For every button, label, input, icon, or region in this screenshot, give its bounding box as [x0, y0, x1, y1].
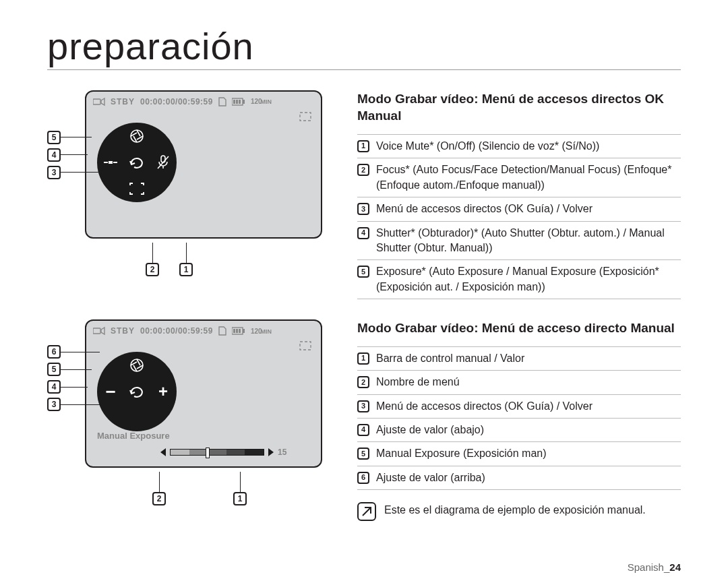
list-item: Exposure* (Auto Exposure / Manual Exposu… — [376, 264, 681, 295]
svg-point-7 — [131, 130, 143, 142]
control-dial — [97, 123, 177, 202]
list-item: Nombre de menú — [376, 375, 460, 390]
note-text: Este es el diagrama de ejemplo de exposi… — [384, 502, 646, 521]
page-title: preparación — [47, 27, 681, 70]
minus-icon: − — [101, 382, 120, 401]
list-item: Barra de control manual / Valor — [376, 351, 524, 366]
section1-heading: Modo Grabar vídeo: Menú de accesos direc… — [357, 90, 681, 125]
svg-rect-5 — [239, 100, 241, 104]
svg-rect-20 — [300, 342, 311, 350]
battery-icon — [232, 98, 245, 106]
svg-rect-14 — [93, 328, 100, 334]
shutter-icon — [101, 153, 120, 172]
svg-rect-2 — [243, 100, 245, 104]
svg-rect-6 — [300, 113, 311, 121]
list-item: Ajuste de valor (abajo) — [376, 423, 484, 437]
svg-rect-17 — [233, 329, 235, 333]
plus-icon: + — [154, 382, 173, 401]
svg-rect-3 — [233, 100, 235, 104]
section2-list: 1Barra de control manual / Valor 2Nombre… — [357, 346, 681, 490]
camcorder-icon — [93, 326, 105, 336]
section-manual: 6 5 4 3 STBY 00:00:00/00:59:59 120 — [47, 319, 681, 521]
svg-rect-0 — [93, 99, 100, 104]
stby-label: STBY — [111, 326, 135, 336]
callout-bottom-2b: 2 — [152, 492, 166, 505]
section1-list: 1Voice Mute* (On/Off) (Silencio de voz* … — [357, 134, 681, 299]
camera-lcd-screen-2: STBY 00:00:00/00:59:59 120 MIN — [85, 319, 322, 468]
manual-exposure-label: Manual Exposure — [97, 431, 170, 441]
svg-rect-8 — [104, 162, 108, 163]
list-item: Menú de accesos directos (OK Guía) / Vol… — [376, 399, 593, 414]
callout-left-3: 3 — [47, 166, 61, 179]
callout-left-4b: 4 — [47, 380, 61, 394]
list-item: Shutter* (Obturador)* (Auto Shutter (Obt… — [376, 226, 681, 256]
focus-bracket-icon — [127, 179, 146, 198]
svg-rect-10 — [113, 162, 117, 163]
callout-left-3b: 3 — [47, 398, 61, 411]
back-icon — [127, 153, 146, 172]
list-item: Voice Mute* (On/Off) (Silencio de voz* (… — [376, 139, 599, 154]
minutes-badge: 120 MIN — [251, 98, 272, 105]
focus-frame-icon — [299, 112, 311, 124]
note: Este es el diagrama de ejemplo de exposi… — [357, 502, 681, 521]
callout-bottom-2: 2 — [146, 263, 159, 276]
triangle-right-icon — [268, 448, 274, 456]
triangle-left-icon — [160, 448, 166, 456]
camera-lcd-screen: STBY 00:00:00/00:59:59 120 MIN — [85, 90, 322, 239]
callout-left-5b: 5 — [47, 363, 61, 376]
svg-rect-16 — [243, 329, 245, 333]
control-dial-2: − + — [97, 352, 177, 431]
stby-label: STBY — [111, 97, 135, 106]
list-item: Focus* (Auto Focus/Face Detection/Manual… — [376, 162, 681, 193]
svg-rect-9 — [109, 161, 113, 164]
slider-value: 15 — [278, 448, 286, 457]
battery-icon — [232, 327, 245, 335]
svg-rect-4 — [236, 100, 238, 104]
mic-mute-icon — [154, 153, 173, 172]
back-icon — [127, 382, 146, 401]
list-item: Manual Exposure (Exposición man) — [376, 446, 547, 461]
svg-point-21 — [131, 359, 143, 371]
callout-left-6: 6 — [47, 345, 61, 359]
section2-heading: Modo Grabar vídeo: Menú de acceso direct… — [357, 319, 681, 337]
focus-frame-icon — [299, 341, 311, 353]
sdcard-icon — [218, 97, 226, 106]
aperture-icon — [127, 356, 146, 375]
timecode-label: 00:00:00/00:59:59 — [140, 326, 213, 336]
aperture-icon — [127, 127, 146, 146]
list-item: Ajuste de valor (arriba) — [376, 470, 485, 485]
svg-rect-18 — [236, 329, 238, 333]
callout-bottom-1b: 1 — [233, 492, 247, 505]
section-ok-manual: 5 4 3 STBY 00:00:00/00:59:59 120 — [47, 90, 681, 299]
callout-left-4: 4 — [47, 148, 61, 162]
note-icon — [357, 502, 376, 521]
page-footer: Spanish_24 — [628, 561, 681, 573]
camcorder-icon — [93, 97, 105, 106]
list-item: Menú de accesos directos (OK Guía) / Vol… — [376, 202, 593, 216]
sdcard-icon — [218, 326, 226, 336]
svg-rect-19 — [239, 329, 241, 333]
timecode-label: 00:00:00/00:59:59 — [140, 97, 213, 106]
callout-left-5: 5 — [47, 131, 61, 144]
manual-value-slider: 15 — [160, 448, 286, 457]
minutes-badge: 120 MIN — [251, 328, 272, 335]
callout-bottom-1: 1 — [179, 263, 193, 276]
